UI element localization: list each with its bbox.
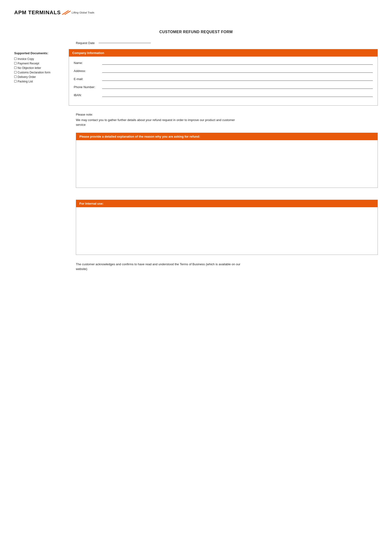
refund-reason-header: Please provide a detailed explanation of… (76, 133, 378, 140)
sidebar: Supported Documents: Invoice Copy Paymen… (14, 49, 62, 106)
iban-field-row: IBAN: (74, 93, 373, 97)
refund-reason-input-area[interactable] (76, 140, 378, 187)
iban-label: IBAN: (74, 93, 100, 97)
tagline-text: Lifting Global Trade. (72, 11, 95, 14)
internal-use-header: For Internal use: (76, 200, 378, 207)
name-label: Name: (74, 61, 100, 65)
name-field-row: Name: (74, 60, 373, 65)
terms-section: The customer acknowledges and confirms t… (76, 262, 378, 271)
phone-field-row: Phone Number: (74, 84, 373, 89)
phone-label: Phone Number: (74, 85, 100, 89)
internal-use-box: For Internal use: (76, 200, 378, 255)
logo-slash-icon (62, 10, 71, 15)
address-field-row: Address: (74, 69, 373, 73)
sidebar-item-label: Customs Declaration form (18, 71, 50, 74)
sidebar-item-label: No Objection letter (18, 66, 41, 70)
request-date-row: Request Date (76, 41, 378, 45)
list-item: Invoice Copy (14, 57, 62, 61)
logo-area: APM TERMINALS Lifting Global Trade. (14, 9, 378, 16)
terms-text: The customer acknowledges and confirms t… (76, 262, 242, 271)
refund-reason-box: Please provide a detailed explanation of… (76, 133, 378, 188)
checkbox-packing-list[interactable] (14, 80, 17, 83)
sidebar-item-label: Invoice Copy (18, 57, 34, 61)
list-item: Payment Receipt (14, 62, 62, 65)
refund-reason-section: Please provide a detailed explanation of… (76, 133, 378, 188)
company-info-header: Company Information (69, 49, 378, 57)
checkbox-invoice-copy[interactable] (14, 58, 17, 60)
email-input-line[interactable] (102, 76, 373, 81)
internal-use-section: For Internal use: (76, 200, 378, 255)
name-input-line[interactable] (102, 60, 373, 65)
list-item: Delivery Order (14, 75, 62, 79)
request-date-input-line[interactable] (98, 43, 151, 43)
sidebar-item-label: Payment Receipt (18, 62, 39, 65)
sidebar-title: Supported Documents: (14, 51, 62, 55)
list-item: Packing List (14, 80, 62, 83)
email-label: E-mail: (74, 77, 100, 81)
company-info-section: Company Information Name: Address: E-mai… (69, 49, 378, 106)
phone-input-line[interactable] (102, 84, 373, 89)
internal-use-input-area[interactable] (76, 207, 378, 255)
sidebar-item-label: Packing List (18, 80, 33, 83)
please-note-title: Please note: (76, 113, 378, 116)
brand-name: APM TERMINALS (14, 9, 61, 16)
please-note-section: Please note: We may contact you to gathe… (76, 113, 378, 127)
request-date-label: Request Date (76, 41, 95, 45)
checkbox-customs-declaration[interactable] (14, 71, 17, 73)
address-input-line[interactable] (102, 69, 373, 73)
checkbox-delivery-order[interactable] (14, 76, 17, 78)
iban-input-line[interactable] (102, 93, 373, 97)
logo-tagline: Lifting Global Trade. (62, 10, 95, 15)
main-content: Supported Documents: Invoice Copy Paymen… (14, 49, 378, 106)
email-field-row: E-mail: (74, 76, 373, 81)
checkbox-payment-receipt[interactable] (14, 62, 17, 64)
list-item: Customs Declaration form (14, 71, 62, 74)
sidebar-item-label: Delivery Order (18, 75, 36, 79)
page-title: CUSTOMER REFUND REQUEST FORM (14, 30, 378, 34)
checkbox-no-objection-letter[interactable] (14, 67, 17, 69)
please-note-text: We may contact you to gather further det… (76, 118, 242, 127)
list-item: No Objection letter (14, 66, 62, 70)
address-label: Address: (74, 69, 100, 73)
company-info-body: Name: Address: E-mail: Phone Number: IBA… (69, 57, 378, 105)
